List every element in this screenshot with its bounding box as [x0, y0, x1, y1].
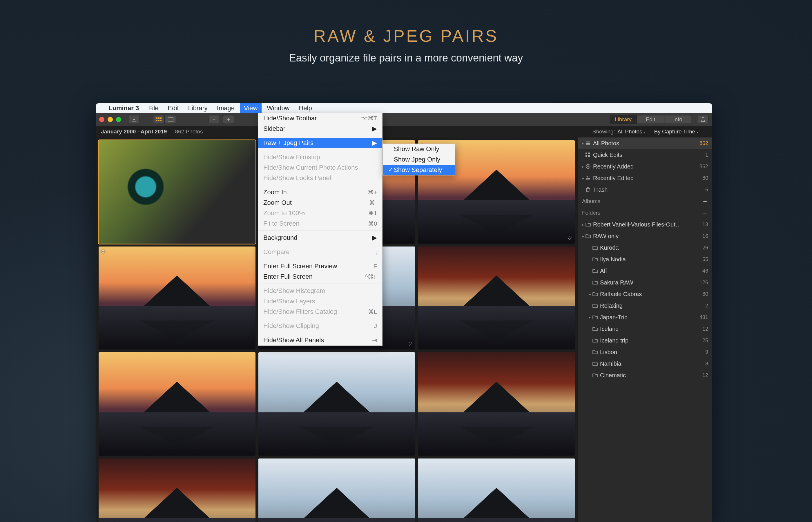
thumbnail[interactable]: [418, 459, 575, 522]
thumbnail[interactable]: [258, 459, 415, 522]
menubar: Luminar 3 FileEditLibraryImageViewWindow…: [96, 103, 712, 113]
folder-icon: [592, 292, 600, 296]
folder-item[interactable]: Relaxing2: [578, 300, 712, 312]
sort-dropdown[interactable]: By Capture Time: [654, 128, 698, 135]
disclosure-icon: ▸: [580, 164, 586, 169]
folder-item[interactable]: Ilya Nodia55: [578, 254, 712, 265]
menu-item: Fit to Screen⌘0: [258, 218, 382, 229]
thumbnail[interactable]: [99, 459, 256, 522]
tab-edit[interactable]: Edit: [637, 115, 664, 124]
submenu-item[interactable]: Show Raw Only: [383, 144, 455, 154]
menu-item: Hide/Show Current Photo Actions: [258, 162, 382, 173]
menu-window[interactable]: Window: [263, 103, 293, 113]
view-single-button[interactable]: [165, 115, 176, 124]
svg-point-16: [588, 178, 590, 179]
svg-rect-5: [160, 120, 162, 121]
folder-item[interactable]: ▸RAW only16: [578, 230, 712, 242]
close-window-button[interactable]: [99, 117, 104, 122]
svg-rect-12: [586, 155, 587, 157]
grid-icon: [586, 153, 593, 157]
svg-rect-2: [160, 117, 162, 119]
menu-item[interactable]: Background▶: [258, 233, 382, 243]
folder-item[interactable]: Sakura RAW126: [578, 277, 712, 288]
thumbnail[interactable]: [99, 140, 256, 244]
heart-icon[interactable]: ♡: [407, 341, 412, 347]
sidebar-item-trash[interactable]: Trash5: [578, 184, 712, 196]
disclosure-icon: ▸: [580, 176, 586, 180]
menu-item: Hide/Show Histogram: [258, 286, 382, 296]
raw-jpeg-submenu: Show Raw OnlyShow Jpeg Only✓Show Separat…: [383, 144, 455, 176]
folder-icon: [586, 222, 593, 226]
folder-icon: [592, 315, 600, 319]
folder-item[interactable]: Iceland12: [578, 323, 712, 335]
folder-item[interactable]: Kuroda26: [578, 242, 712, 254]
tab-library[interactable]: Library: [610, 115, 637, 124]
heart-icon[interactable]: ♡: [567, 235, 572, 241]
chevron-right-icon: ▶: [372, 139, 377, 147]
sliders-icon: [586, 176, 593, 180]
folder-item[interactable]: Cinematic12: [578, 369, 712, 381]
sidebar-item-recently-added[interactable]: ▸Recently Added862: [578, 161, 712, 172]
folder-icon: [592, 362, 600, 366]
menu-image[interactable]: Image: [213, 103, 239, 113]
view-grid-button[interactable]: [153, 115, 165, 124]
menu-edit[interactable]: Edit: [164, 103, 183, 113]
menu-app[interactable]: Luminar 3: [104, 103, 143, 113]
menu-item[interactable]: Zoom In⌘+: [258, 187, 382, 198]
zoom-window-button[interactable]: [116, 117, 121, 122]
folder-item[interactable]: Aff46: [578, 265, 712, 277]
toolbar: − + LibraryEditInfo: [96, 113, 712, 126]
window-controls: [99, 117, 121, 122]
folder-item[interactable]: Namibia8: [578, 358, 712, 369]
sidebar-item-recently-edited[interactable]: ▸Recently Edited80: [578, 172, 712, 184]
disclosure-icon: ▸: [580, 141, 586, 145]
folder-item[interactable]: Iceland trip25: [578, 335, 712, 346]
adjust-icon: ⚙: [101, 249, 105, 254]
svg-rect-10: [586, 153, 587, 154]
thumbnail[interactable]: [258, 353, 415, 456]
thumbnail[interactable]: [418, 353, 575, 456]
add-folder-button[interactable]: ＋: [702, 208, 708, 217]
folder-icon: [592, 269, 600, 273]
folder-icon: [592, 350, 600, 354]
menu-item[interactable]: Enter Full Screen PreviewF: [258, 261, 382, 272]
menu-item[interactable]: Enter Full Screen^⌘F: [258, 272, 382, 282]
menu-item[interactable]: Hide/Show Toolbar⌥⌘T: [258, 113, 382, 123]
folders-header: Folders＋: [578, 207, 712, 219]
chevron-right-icon: ▶: [372, 125, 377, 133]
add-album-button[interactable]: ＋: [702, 197, 708, 206]
menu-view[interactable]: View: [240, 103, 262, 113]
thumbnail[interactable]: [418, 246, 575, 350]
share-button[interactable]: [697, 115, 709, 124]
submenu-item[interactable]: Show Jpeg Only: [383, 154, 455, 165]
app-window: Luminar 3 FileEditLibraryImageViewWindow…: [96, 103, 712, 522]
thumbnail[interactable]: ⚙: [99, 246, 256, 350]
plus-circle-icon: [586, 164, 593, 169]
menu-file[interactable]: File: [144, 103, 162, 113]
import-button[interactable]: [128, 115, 140, 124]
menu-item[interactable]: Hide/Show All Panels⇥: [258, 335, 382, 345]
showing-filter[interactable]: All Photos: [617, 128, 646, 135]
submenu-item[interactable]: ✓Show Separately: [383, 165, 455, 175]
folder-icon: [592, 257, 600, 261]
svg-rect-3: [156, 120, 158, 121]
menu-library[interactable]: Library: [184, 103, 212, 113]
sidebar-item-all-photos[interactable]: ▸All Photos862: [578, 138, 712, 149]
folder-item[interactable]: Lisbon9: [578, 346, 712, 358]
folder-item[interactable]: ▸Robert Vanelli-Various Files-Out…13: [578, 219, 712, 230]
folder-item[interactable]: ▸Raffaele Cabras80: [578, 288, 712, 300]
menu-item[interactable]: Zoom Out⌘-: [258, 198, 382, 208]
menu-item[interactable]: Sidebar▶: [258, 123, 382, 134]
svg-rect-4: [158, 120, 160, 121]
menu-item: Hide/Show ClippingJ: [258, 321, 382, 331]
menu-help[interactable]: Help: [295, 103, 316, 113]
sidebar-item-quick-edits[interactable]: Quick Edits1: [578, 149, 712, 161]
menu-item[interactable]: Raw + Jpeg Pairs▶: [258, 138, 382, 148]
zoom-in-button[interactable]: +: [223, 115, 234, 124]
svg-rect-8: [586, 143, 590, 144]
thumbnail[interactable]: [99, 353, 256, 456]
tab-info[interactable]: Info: [664, 115, 691, 124]
folder-item[interactable]: ▸Japan-Trip431: [578, 312, 712, 323]
minimize-window-button[interactable]: [107, 117, 113, 122]
zoom-out-button[interactable]: −: [208, 115, 220, 124]
